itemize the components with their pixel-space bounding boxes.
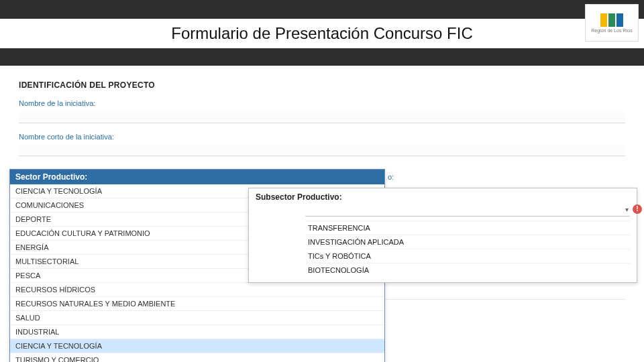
field-nombre-corto-label: Nombre corto de la iniciativa: [19,133,625,141]
field-nombre-iniciativa-input[interactable] [19,111,625,123]
form-area: IDENTIFICACIÓN DEL PROYECTO Nombre de la… [0,66,644,166]
sector-option[interactable]: SALUD [10,311,384,325]
subsector-productivo-label: Subsector Productivo: [249,188,637,204]
chevron-down-icon[interactable]: ▾ [625,206,629,213]
page-title: Formulario de Presentación Concurso FIC [0,19,644,48]
alert-icon: ! [633,204,642,214]
subsector-option[interactable]: INVESTIGACIÓN APLICADA [305,235,630,249]
subsector-option[interactable]: TICs Y ROBÓTICA [305,249,630,263]
section-title: IDENTIFICACIÓN DEL PROYECTO [19,80,625,90]
subsector-input-row[interactable]: ▾ ! [305,204,630,217]
title-strip: Formulario de Presentación Concurso FIC [0,19,644,48]
sector-option[interactable]: INDUSTRIAL [10,325,384,339]
sector-productivo-label: Sector Productivo: [10,170,384,184]
region-logo: Región de Los Ríos [585,4,639,42]
sector-option[interactable]: CIENCIA Y TECNOLOGÍA [10,339,384,353]
field-nombre-corto-input[interactable] [19,144,625,156]
subsector-productivo-dropdown[interactable]: Subsector Productivo: ▾ ! TRANSFERENCIAI… [248,188,637,283]
sector-option[interactable]: RECURSOS HÍDRICOS [10,283,384,297]
subsector-option[interactable]: TRANSFERENCIA [305,221,630,235]
logo-bars-icon [600,13,623,27]
sector-option[interactable]: RECURSOS NATURALES Y MEDIO AMBIENTE [10,297,384,311]
logo-caption: Región de Los Ríos [591,28,632,33]
sector-option[interactable]: TURISMO Y COMERCIO [10,353,384,362]
top-bar: Formulario de Presentación Concurso FIC … [0,0,644,66]
truncated-label: o: [388,173,394,181]
field-nombre-iniciativa-label: Nombre de la iniciativa: [19,99,625,107]
subsector-option[interactable]: BIOTECNOLOGÍA [305,263,630,277]
